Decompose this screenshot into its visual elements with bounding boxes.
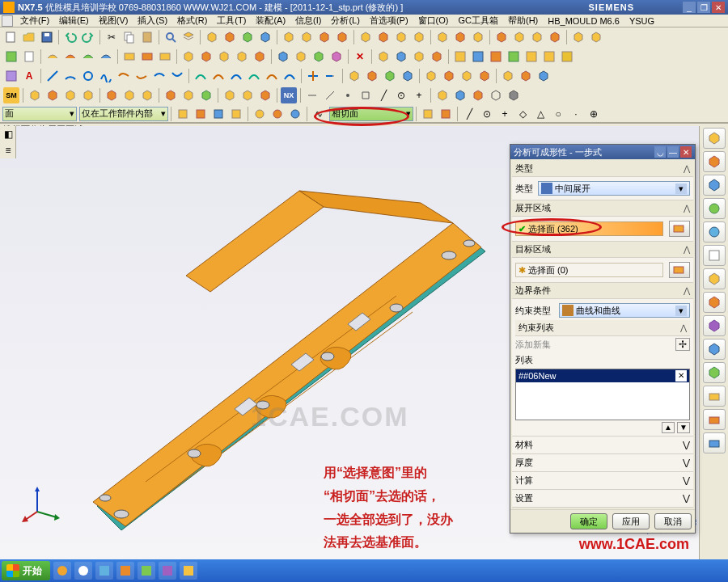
sm-icon[interactable]: SM bbox=[3, 87, 19, 103]
feature-icon[interactable] bbox=[470, 29, 486, 45]
surf-tool-icon[interactable] bbox=[535, 68, 552, 84]
sel-opt-icon[interactable]: ∿ bbox=[311, 106, 327, 122]
surf-tool-icon[interactable] bbox=[441, 68, 457, 84]
circle-icon[interactable] bbox=[80, 68, 96, 84]
view-icon[interactable] bbox=[104, 87, 120, 103]
resource-tab-icon[interactable]: ◧ bbox=[1, 127, 15, 141]
render-icon[interactable] bbox=[506, 87, 522, 103]
menu-assembly[interactable]: 装配(A) bbox=[251, 15, 290, 27]
scope-combo[interactable]: 仅在工作部件内部▾ bbox=[79, 107, 168, 121]
sel-opt-icon[interactable] bbox=[175, 106, 191, 122]
unfold-select-face[interactable]: ✔ 选择面 (362) bbox=[515, 221, 663, 236]
feature-icon[interactable] bbox=[204, 29, 220, 45]
taskbar-item[interactable] bbox=[138, 562, 155, 580]
spline-icon[interactable] bbox=[98, 68, 114, 84]
rtool-icon[interactable] bbox=[703, 409, 726, 430]
snap-icon[interactable]: ⊙ bbox=[393, 87, 409, 103]
menu-format[interactable]: 格式(R) bbox=[172, 15, 212, 27]
rtool-icon[interactable] bbox=[703, 198, 726, 219]
snap-icon[interactable] bbox=[304, 87, 320, 103]
menu-view[interactable]: 视图(V) bbox=[94, 15, 133, 27]
snap-icon[interactable] bbox=[322, 87, 338, 103]
move-up-button[interactable]: ▲ bbox=[662, 422, 675, 433]
menu-edit[interactable]: 编辑(E) bbox=[54, 15, 94, 27]
list-item[interactable]: ##06New ✕ bbox=[516, 369, 689, 382]
restore-button[interactable]: ❐ bbox=[697, 2, 710, 13]
snap-pt-icon[interactable]: ⊕ bbox=[586, 106, 602, 122]
layer-icon[interactable] bbox=[180, 29, 197, 45]
menu-window[interactable]: 窗口(O) bbox=[413, 15, 454, 27]
feature-icon[interactable] bbox=[452, 29, 468, 45]
surf-tool-icon[interactable] bbox=[500, 68, 516, 84]
app-icon[interactable] bbox=[488, 48, 504, 65]
menu-ysug[interactable]: YSUG bbox=[624, 16, 659, 26]
menu-hbmould[interactable]: HB_MOULD M6.6 bbox=[543, 16, 624, 26]
undo-icon[interactable] bbox=[62, 29, 78, 45]
app-icon[interactable] bbox=[452, 48, 468, 65]
section-target-header[interactable]: 目标区域⋀ bbox=[512, 242, 693, 258]
surface-icon[interactable] bbox=[98, 48, 114, 65]
rtool-icon[interactable] bbox=[703, 151, 726, 172]
section-material[interactable]: 材料⋁ bbox=[512, 436, 693, 454]
snap-icon[interactable] bbox=[358, 87, 374, 103]
snap-pt-icon[interactable]: ╱ bbox=[461, 106, 477, 122]
surf-tool-icon[interactable] bbox=[400, 68, 416, 84]
section-unfold-header[interactable]: 展开区域⋀ bbox=[512, 200, 693, 217]
surface-icon[interactable] bbox=[44, 48, 61, 65]
surface-icon[interactable] bbox=[216, 48, 232, 65]
section-settings[interactable]: 设置⋁ bbox=[512, 490, 693, 508]
app-icon[interactable] bbox=[470, 48, 486, 65]
surf-tool-icon[interactable] bbox=[364, 68, 380, 84]
snap-pt-icon[interactable]: ⊙ bbox=[479, 106, 495, 122]
surface-icon[interactable] bbox=[198, 48, 214, 65]
view-icon[interactable] bbox=[198, 87, 214, 103]
copy-icon[interactable] bbox=[121, 29, 138, 45]
close-button[interactable]: ✕ bbox=[712, 2, 725, 13]
cancel-button[interactable]: 取消 bbox=[654, 513, 692, 529]
menu-tools[interactable]: 工具(T) bbox=[212, 15, 251, 27]
paste-icon[interactable] bbox=[139, 29, 155, 45]
feature-icon[interactable] bbox=[222, 29, 238, 45]
spline-icon[interactable] bbox=[116, 68, 132, 84]
section-compute[interactable]: 计算⋁ bbox=[512, 472, 693, 490]
feature-icon[interactable] bbox=[257, 29, 273, 45]
feature-icon[interactable] bbox=[393, 29, 409, 45]
spline-icon[interactable] bbox=[133, 68, 150, 84]
trim-icon[interactable] bbox=[305, 68, 321, 84]
view-icon[interactable] bbox=[44, 87, 61, 103]
feature-icon[interactable] bbox=[529, 29, 545, 45]
doc-icon[interactable] bbox=[21, 48, 37, 65]
render-icon[interactable] bbox=[452, 87, 468, 103]
rtool-icon[interactable] bbox=[703, 175, 726, 196]
face-selector-button[interactable] bbox=[669, 262, 690, 278]
taskbar-item[interactable] bbox=[95, 562, 113, 580]
assembly-icon[interactable] bbox=[375, 48, 392, 65]
feature-icon[interactable] bbox=[588, 29, 604, 45]
assembly-icon[interactable] bbox=[393, 48, 409, 65]
spline-icon[interactable] bbox=[169, 68, 185, 84]
rtool-icon[interactable] bbox=[703, 432, 726, 453]
open-icon[interactable] bbox=[21, 29, 37, 45]
panel-close-icon[interactable]: ✕ bbox=[680, 146, 692, 158]
sketch-icon[interactable] bbox=[3, 68, 19, 84]
surface-icon[interactable] bbox=[80, 48, 96, 65]
rtool-icon[interactable] bbox=[703, 362, 726, 383]
constraint-list[interactable]: ##06New ✕ bbox=[515, 369, 690, 420]
feature-icon[interactable] bbox=[239, 29, 256, 45]
surf-tool-icon[interactable] bbox=[476, 68, 493, 84]
feature-icon[interactable] bbox=[511, 29, 527, 45]
menu-gc[interactable]: GC工具箱 bbox=[453, 15, 503, 27]
filter-combo[interactable]: 面▾ bbox=[2, 107, 77, 121]
view-icon[interactable] bbox=[222, 87, 238, 103]
taskbar-item[interactable] bbox=[159, 562, 176, 580]
view-icon[interactable] bbox=[27, 87, 43, 103]
cmd-finder-icon[interactable] bbox=[163, 29, 179, 45]
feature-icon[interactable] bbox=[411, 29, 427, 45]
sel-opt-icon[interactable] bbox=[420, 106, 436, 122]
apply-button[interactable]: 应用 bbox=[612, 513, 650, 529]
surf-tool-icon[interactable] bbox=[423, 68, 439, 84]
curve-op-icon[interactable] bbox=[281, 68, 298, 84]
surf-tool-icon[interactable] bbox=[382, 68, 398, 84]
ok-button[interactable]: 确定 bbox=[570, 513, 607, 529]
surface-icon[interactable] bbox=[275, 48, 291, 65]
